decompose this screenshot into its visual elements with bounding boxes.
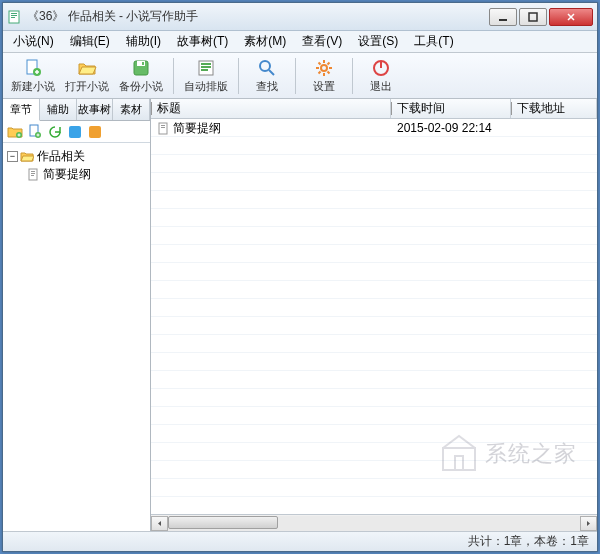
svg-rect-3	[11, 17, 15, 18]
exit-icon	[371, 58, 391, 78]
toolbar-separator	[352, 58, 353, 94]
cell-title-text: 简要提纲	[173, 120, 221, 137]
menu-storytree[interactable]: 故事树(T)	[169, 31, 236, 52]
tree-child-label: 简要提纲	[43, 166, 91, 183]
auto-layout-button[interactable]: 自动排版	[180, 56, 232, 96]
blue-action-icon[interactable]	[67, 124, 83, 140]
menu-edit[interactable]: 编辑(E)	[62, 31, 118, 52]
backup-novel-button[interactable]: 备份小说	[115, 56, 167, 96]
cell-time: 2015-02-09 22:14	[391, 121, 511, 135]
svg-rect-5	[529, 13, 537, 21]
svg-rect-22	[69, 126, 81, 138]
svg-rect-23	[89, 126, 101, 138]
menu-assist[interactable]: 辅助(I)	[118, 31, 169, 52]
tab-assist[interactable]: 辅助	[40, 99, 77, 120]
svg-point-15	[260, 61, 270, 71]
tree-root-label: 作品相关	[37, 148, 85, 165]
svg-rect-1	[11, 13, 17, 14]
app-icon	[7, 9, 23, 25]
cell-title: 简要提纲	[151, 120, 391, 137]
toolbar-separator	[295, 58, 296, 94]
svg-rect-27	[31, 175, 34, 176]
folder-open-icon	[20, 149, 34, 163]
content-area: 标题 下载时间 下载地址 简要提纲 2015-02-09 22:14 系统之家	[151, 99, 597, 531]
svg-rect-26	[31, 173, 35, 174]
close-button[interactable]	[549, 8, 593, 26]
titlebar: 《36》 作品相关 - 小说写作助手	[3, 3, 597, 31]
new-file-icon	[23, 58, 43, 78]
collapse-toggle[interactable]: −	[7, 151, 18, 162]
status-text: 共计：1章，本卷：1章	[468, 533, 589, 550]
add-folder-icon[interactable]	[7, 124, 23, 140]
scroll-track[interactable]	[168, 516, 580, 531]
toolbar: 新建小说 打开小说 备份小说 自动排版 查找 设置 退出	[3, 53, 597, 99]
svg-rect-31	[443, 448, 475, 470]
scroll-thumb[interactable]	[168, 516, 278, 529]
statusbar: 共计：1章，本卷：1章	[3, 531, 597, 551]
tab-material[interactable]: 素材	[113, 99, 150, 120]
refresh-icon[interactable]	[47, 124, 63, 140]
svg-rect-13	[201, 66, 211, 68]
tree-child[interactable]: 简要提纲	[5, 165, 148, 183]
new-novel-button[interactable]: 新建小说	[7, 56, 59, 96]
settings-button[interactable]: 设置	[302, 56, 346, 96]
menu-settings[interactable]: 设置(S)	[350, 31, 406, 52]
sidebar-tabs: 章节 辅助 故事树 素材	[3, 99, 150, 121]
svg-rect-18	[380, 61, 382, 68]
search-icon	[257, 58, 277, 78]
toolbar-separator	[238, 58, 239, 94]
tree-root[interactable]: − 作品相关	[5, 147, 148, 165]
header-url[interactable]: 下载地址	[511, 99, 597, 118]
menubar: 小说(N) 编辑(E) 辅助(I) 故事树(T) 素材(M) 查看(V) 设置(…	[3, 31, 597, 53]
svg-rect-24	[29, 169, 37, 180]
svg-rect-30	[161, 127, 165, 128]
menu-material[interactable]: 素材(M)	[236, 31, 294, 52]
open-novel-button[interactable]: 打开小说	[61, 56, 113, 96]
find-button[interactable]: 查找	[245, 56, 289, 96]
open-folder-icon	[77, 58, 97, 78]
sidebar-toolbar	[3, 121, 150, 143]
minimize-button[interactable]	[489, 8, 517, 26]
svg-rect-14	[201, 69, 208, 71]
svg-rect-32	[455, 456, 463, 470]
list-row[interactable]: 简要提纲 2015-02-09 22:14	[151, 119, 597, 137]
list-header: 标题 下载时间 下载地址	[151, 99, 597, 119]
svg-point-16	[321, 65, 327, 71]
toolbar-separator	[173, 58, 174, 94]
orange-action-icon[interactable]	[87, 124, 103, 140]
svg-rect-2	[11, 15, 17, 16]
scroll-right-button[interactable]	[580, 516, 597, 531]
add-file-icon[interactable]	[27, 124, 43, 140]
header-time[interactable]: 下载时间	[391, 99, 511, 118]
list-body[interactable]: 简要提纲 2015-02-09 22:14 系统之家	[151, 119, 597, 514]
document-icon	[157, 122, 170, 135]
scroll-left-button[interactable]	[151, 516, 168, 531]
sidebar: 章节 辅助 故事树 素材 − 作品相关 简要提纲	[3, 99, 151, 531]
layout-icon	[196, 58, 216, 78]
svg-rect-4	[499, 19, 507, 21]
svg-rect-29	[161, 125, 165, 126]
svg-rect-10	[142, 62, 144, 65]
svg-rect-12	[201, 63, 211, 65]
watermark-logo-icon	[439, 434, 479, 474]
menu-novel[interactable]: 小说(N)	[5, 31, 62, 52]
maximize-button[interactable]	[519, 8, 547, 26]
watermark-text: 系统之家	[485, 439, 577, 469]
gear-icon	[314, 58, 334, 78]
document-icon	[27, 168, 40, 181]
chapter-tree: − 作品相关 简要提纲	[3, 143, 150, 531]
watermark: 系统之家	[439, 434, 577, 474]
exit-button[interactable]: 退出	[359, 56, 403, 96]
window-title: 《36》 作品相关 - 小说写作助手	[27, 8, 489, 25]
horizontal-scrollbar[interactable]	[151, 514, 597, 531]
tab-storytree[interactable]: 故事树	[77, 99, 114, 120]
backup-icon	[131, 58, 151, 78]
window-controls	[489, 8, 593, 26]
main-area: 章节 辅助 故事树 素材 − 作品相关 简要提纲	[3, 99, 597, 531]
header-title[interactable]: 标题	[151, 99, 391, 118]
menu-view[interactable]: 查看(V)	[294, 31, 350, 52]
tab-chapters[interactable]: 章节	[3, 99, 40, 121]
menu-tools[interactable]: 工具(T)	[406, 31, 461, 52]
svg-rect-28	[159, 123, 167, 134]
app-window: 《36》 作品相关 - 小说写作助手 小说(N) 编辑(E) 辅助(I) 故事树…	[2, 2, 598, 552]
